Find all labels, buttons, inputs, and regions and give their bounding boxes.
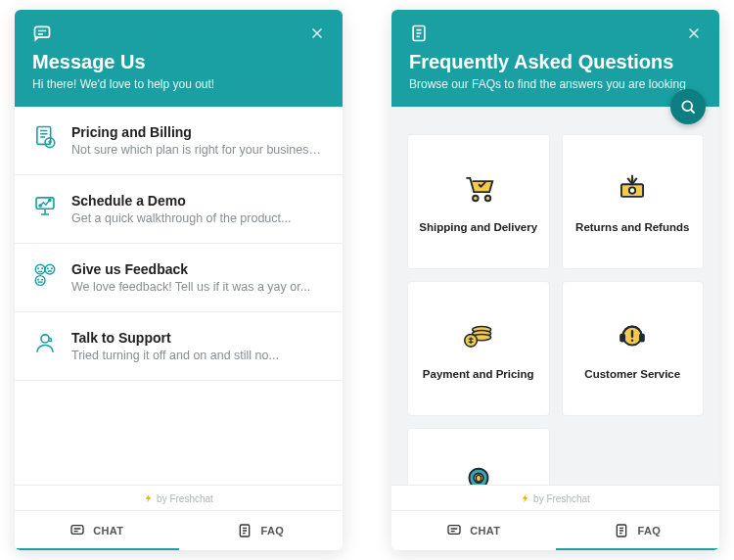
faq-category-label: Payment and Pricing [417,368,540,380]
tab-faq[interactable]: FAQ [179,511,344,550]
message-topic-list: Pricing and Billing Not sure which plan … [15,107,343,485]
tab-chat[interactable]: CHAT [15,511,179,550]
bottom-tabs: CHAT FAQ [15,510,343,550]
svg-point-5 [49,199,51,201]
faq-category-label: Customer Service [578,368,686,380]
chat-icon [69,523,85,538]
topic-talk-to-support[interactable]: Talk to Support Tried turning it off and… [15,312,343,381]
message-us-title: Message Us [32,51,325,73]
faq-title: Frequently Asked Questions [409,51,702,73]
topic-subtitle: Get a quick walkthrough of the product..… [71,211,325,225]
faq-icon [614,523,629,538]
svg-point-17 [629,187,635,193]
faq-category-grid: Shipping and Delivery Returns and Refund… [391,107,719,485]
tab-chat-label: CHAT [93,525,123,537]
svg-point-9 [41,335,49,343]
tab-faq-label: FAQ [637,525,661,537]
search-button[interactable] [670,89,706,124]
bolt-icon [144,493,154,503]
tab-chat[interactable]: CHAT [391,511,556,550]
topic-subtitle: Tried turning it off and on and still no… [71,349,325,362]
refund-icon [613,170,652,208]
pricing-icon [32,124,58,150]
tab-faq-label: FAQ [260,525,284,537]
support-icon [32,330,58,355]
search-icon [679,98,697,116]
svg-point-6 [35,264,45,274]
svg-point-7 [45,264,55,274]
faq-category-label: Shipping and Delivery [413,221,543,233]
faq-category-service[interactable]: Customer Service [562,281,705,416]
message-us-header: Message Us Hi there! We'd love to help y… [15,10,343,107]
topic-schedule-demo[interactable]: Schedule a Demo Get a quick walkthrough … [15,175,343,244]
message-us-subtitle: Hi there! We'd love to help you out! [32,77,325,91]
close-button[interactable] [307,23,327,43]
topic-give-feedback[interactable]: Give us Feedback We love feedback! Tell … [15,244,343,312]
svg-rect-26 [448,526,460,535]
tab-chat-label: CHAT [470,525,500,537]
faq-header: Frequently Asked Questions Browse our FA… [391,10,719,107]
svg-rect-0 [35,26,50,37]
svg-rect-10 [71,526,83,535]
powered-by: by Freshchat [15,486,343,510]
faq-category-payment[interactable]: Payment and Pricing [407,281,550,416]
demo-icon [32,193,58,218]
svg-point-14 [473,196,479,202]
faq-category-shipping[interactable]: Shipping and Delivery [407,134,550,269]
topic-title: Schedule a Demo [71,193,325,209]
svg-point-4 [39,205,41,207]
topic-title: Talk to Support [71,330,325,346]
topic-title: Give us Feedback [71,261,325,277]
faq-category-label: Returns and Refunds [570,221,695,233]
faq-icon [409,23,429,43]
bolt-icon [521,493,530,503]
topic-title: Pricing and Billing [71,124,325,140]
faq-category-returns[interactable]: Returns and Refunds [562,134,705,269]
panel-footer: by Freshchat CHAT FAQ [15,485,343,550]
powered-by: by Freshchat [391,486,719,510]
close-button[interactable] [684,23,704,43]
faq-category-tracking[interactable]: Live Order Tracking [407,428,550,485]
payment-icon [459,317,498,354]
svg-rect-23 [620,334,624,341]
track-icon [459,464,498,485]
topic-subtitle: Not sure which plan is right for your bu… [71,143,325,157]
topic-subtitle: We love feedback! Tell us if it was a ya… [71,280,325,294]
chat-icon [32,23,52,43]
cart-icon [459,170,498,208]
faq-icon [237,523,252,538]
feedback-icon [32,261,58,287]
topic-pricing-billing[interactable]: Pricing and Billing Not sure which plan … [15,107,343,175]
tab-faq[interactable]: FAQ [556,511,720,550]
svg-rect-24 [640,334,644,341]
chat-icon [446,523,462,538]
message-us-panel: Message Us Hi there! We'd love to help y… [15,10,343,550]
bottom-tabs: CHAT FAQ [391,510,719,550]
panel-footer: by Freshchat CHAT FAQ [391,485,719,550]
faq-subtitle: Browse our FAQs to find the answers you … [409,77,702,91]
svg-point-8 [35,276,45,286]
svg-point-15 [484,196,490,202]
service-icon [613,317,652,354]
faq-panel: Frequently Asked Questions Browse our FA… [391,10,719,550]
